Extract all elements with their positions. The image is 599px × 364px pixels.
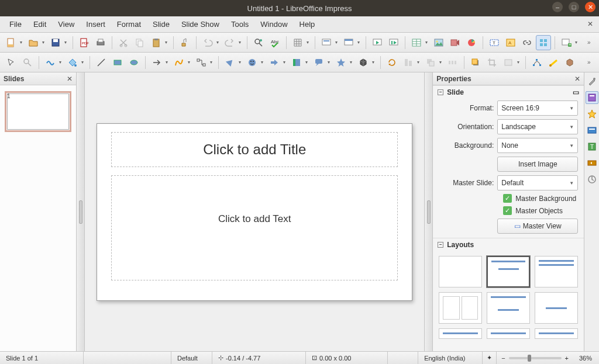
align-tool[interactable] (401, 55, 416, 70)
rectangle-tool[interactable] (110, 55, 125, 70)
navigator-tab-icon[interactable]: T (586, 140, 598, 153)
animation-tab-icon[interactable] (586, 173, 598, 186)
format-select[interactable]: Screen 16:9▼ (497, 100, 578, 116)
shadow-tool[interactable] (468, 55, 483, 70)
menu-help[interactable]: Help (294, 18, 321, 31)
menu-slide[interactable]: Slide (147, 18, 175, 31)
new-button[interactable] (4, 35, 19, 50)
insert-table-button[interactable] (409, 35, 424, 50)
menu-insert[interactable]: Insert (80, 18, 111, 31)
left-pane-splitter[interactable] (77, 72, 85, 351)
title-placeholder[interactable]: Click to add Title (111, 132, 398, 167)
slide-section-header[interactable]: −Slide ▭ (433, 85, 584, 99)
canvas-area[interactable]: Click to add Title Click to add Text (85, 72, 424, 351)
paste-dropdown[interactable]: ▾ (165, 40, 170, 45)
transition-tab-icon[interactable] (586, 157, 598, 169)
find-replace-button[interactable] (251, 35, 266, 50)
paste-button[interactable] (149, 35, 164, 50)
cut-button[interactable] (116, 35, 131, 50)
flowchart-tool[interactable] (289, 55, 304, 70)
gallery-tab-icon[interactable] (586, 124, 598, 137)
layouts-section-header[interactable]: −Layouts (433, 238, 584, 251)
new-dropdown[interactable]: ▾ (20, 40, 25, 45)
insert-fontwork-button[interactable]: A (503, 35, 518, 50)
fit-page-button[interactable]: ✦ (483, 352, 497, 364)
slide-thumbnail-1[interactable]: 1 (5, 91, 71, 132)
gluepoints-tool[interactable] (546, 55, 561, 70)
background-select[interactable]: None▼ (497, 138, 578, 153)
block-arrows-tool[interactable] (267, 55, 282, 70)
master-background-checkbox[interactable]: ✓Master Background (433, 192, 584, 204)
content-placeholder[interactable]: Click to add Text (111, 175, 398, 280)
line-tool[interactable] (94, 55, 109, 70)
orientation-select[interactable]: Landscape▼ (497, 119, 578, 134)
menu-slide-show[interactable]: Slide Show (175, 18, 225, 31)
redo-button[interactable] (222, 35, 237, 50)
open-button[interactable] (26, 35, 41, 50)
basic-shapes-tool[interactable] (222, 55, 237, 70)
display-views-button[interactable] (319, 35, 334, 50)
line-color-button[interactable] (43, 55, 58, 70)
zoom-slider[interactable]: −+ (497, 355, 573, 362)
3d-tool[interactable] (356, 55, 371, 70)
menu-edit[interactable]: Edit (27, 18, 52, 31)
styles-tab-icon[interactable] (586, 108, 598, 120)
distribute-tool[interactable] (445, 55, 460, 70)
insert-image-button[interactable]: Insert Image (497, 157, 578, 172)
slide-panel-close[interactable]: ✕ (67, 75, 73, 83)
insert-av-button[interactable] (447, 35, 463, 50)
stars-tool[interactable] (333, 55, 349, 70)
connector-tool[interactable] (194, 55, 209, 70)
grid-button[interactable] (290, 35, 305, 50)
copy-button[interactable] (132, 35, 147, 50)
zoom-value[interactable]: 36% (573, 352, 599, 364)
toolbar2-overflow[interactable]: » (587, 59, 595, 65)
more-options-icon[interactable]: ▭ (573, 88, 579, 96)
menu-view[interactable]: View (52, 18, 80, 31)
layout-centered[interactable] (487, 292, 530, 324)
rotate-tool[interactable] (384, 55, 400, 70)
menu-file[interactable]: File (4, 18, 27, 31)
status-language[interactable]: English (India) (418, 352, 483, 364)
layout-variant-8[interactable] (487, 328, 530, 339)
master-slide-select[interactable]: Default▼ (497, 175, 578, 190)
arrange-tool[interactable] (423, 55, 438, 70)
properties-tab-icon[interactable] (586, 91, 598, 104)
insert-hyperlink-button[interactable] (519, 35, 535, 50)
select-tool[interactable] (4, 55, 19, 70)
points-tool[interactable] (529, 55, 545, 70)
extrusion-tool[interactable] (562, 55, 577, 70)
toolbar-overflow[interactable]: » (587, 39, 595, 46)
window-maximize-button[interactable]: □ (569, 2, 579, 12)
undo-button[interactable] (200, 35, 215, 50)
show-draw-functions-button[interactable] (536, 35, 551, 50)
insert-textbox-button[interactable]: T (487, 35, 502, 50)
layout-title-content[interactable] (487, 256, 530, 287)
layout-title-only[interactable] (439, 292, 482, 324)
fill-color-button[interactable] (65, 55, 80, 70)
filter-tool[interactable] (501, 55, 516, 70)
clone-format-button[interactable] (177, 35, 192, 50)
insert-chart-button[interactable] (464, 35, 479, 50)
crop-tool[interactable] (484, 55, 500, 70)
master-view-button[interactable]: ▭Master View (497, 219, 578, 234)
export-pdf-button[interactable]: PDF (77, 35, 92, 50)
zoom-tool[interactable] (20, 55, 35, 70)
start-beginning-button[interactable] (370, 35, 385, 50)
master-slide-button[interactable] (341, 35, 356, 50)
window-close-button[interactable]: ✕ (585, 2, 595, 12)
callout-tool[interactable] (311, 55, 326, 70)
layout-variant-7[interactable] (439, 328, 482, 339)
new-slide-button[interactable]: + (559, 35, 574, 50)
layout-variant-9[interactable] (535, 328, 578, 339)
layout-2content[interactable] (535, 292, 578, 324)
symbol-shapes-tool[interactable] (245, 55, 260, 70)
menu-tools[interactable]: Tools (225, 18, 254, 31)
window-minimize-button[interactable]: – (552, 2, 563, 12)
menu-window[interactable]: Window (254, 18, 293, 31)
layout-title-2content[interactable] (535, 256, 578, 287)
ellipse-tool[interactable] (126, 55, 142, 70)
properties-close[interactable]: ✕ (574, 75, 580, 83)
sidebar-settings-icon[interactable] (586, 75, 598, 88)
master-objects-checkbox[interactable]: ✓Master Objects (433, 204, 584, 217)
